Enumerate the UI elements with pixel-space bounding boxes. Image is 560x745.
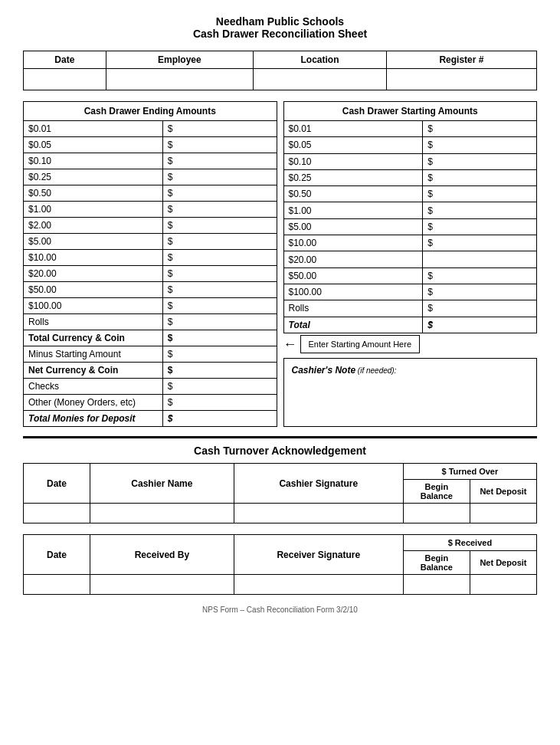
cashiers-note-box: Cashier's Note (if needed):: [283, 358, 538, 427]
other-value[interactable]: $: [162, 395, 277, 411]
ending-label: Rolls: [24, 314, 163, 330]
receiver-begin-cell[interactable]: [403, 575, 470, 595]
ending-label: $20.00: [24, 266, 163, 282]
receiver-sig-header: Receiver Signature: [234, 535, 403, 575]
ending-label: $50.00: [24, 282, 163, 298]
starting-label: $10.00: [283, 235, 423, 251]
ending-value[interactable]: $: [162, 185, 277, 202]
starting-value[interactable]: $: [423, 186, 537, 202]
ending-value[interactable]: $: [162, 314, 277, 330]
cashier-begin-cell[interactable]: [403, 504, 470, 523]
ending-value[interactable]: $: [162, 234, 277, 250]
ending-value[interactable]: $: [162, 250, 277, 266]
list-item: $0.10$: [24, 153, 277, 169]
cashier-name-cell[interactable]: [90, 504, 234, 523]
list-item: $0.25$: [283, 169, 537, 185]
cashier-net-cell[interactable]: [470, 504, 536, 523]
ending-header: Cash Drawer Ending Amounts: [24, 102, 277, 121]
main-section: Cash Drawer Ending Amounts $0.01$$0.05$$…: [23, 101, 537, 427]
cashiers-note-label: Cashier's Note (if needed):: [292, 365, 397, 376]
starting-value[interactable]: $: [423, 267, 537, 284]
ending-value[interactable]: $: [162, 137, 277, 153]
cashier-sig-cell[interactable]: [234, 504, 403, 523]
header-register-value[interactable]: [386, 69, 536, 90]
list-item: $0.01$: [24, 121, 277, 137]
total-deposit-label: Total Monies for Deposit: [24, 411, 163, 427]
ending-value[interactable]: $: [162, 266, 277, 282]
list-item: $100.00$: [24, 298, 277, 314]
starting-value[interactable]: $: [423, 202, 537, 218]
list-item: $20.00: [283, 251, 537, 267]
list-item: $2.00$: [24, 218, 277, 234]
starting-value[interactable]: $: [423, 169, 537, 185]
receiver-date-cell[interactable]: [24, 575, 90, 595]
ending-label: $0.05: [24, 137, 163, 153]
cashier-sig-header: Cashier Signature: [234, 464, 403, 504]
starting-value[interactable]: $: [423, 300, 537, 317]
starting-value[interactable]: $: [423, 218, 537, 235]
checks-row: Checks$: [24, 379, 277, 395]
other-label: Other (Money Orders, etc): [24, 395, 163, 411]
cashier-date-cell[interactable]: [24, 504, 90, 523]
header-date: Date: [24, 51, 106, 69]
header-register: Register #: [386, 51, 536, 69]
starting-label: $0.50: [283, 186, 423, 202]
list-item: $50.00$: [24, 282, 277, 298]
ending-value[interactable]: $: [162, 153, 277, 169]
list-item: $0.05$: [283, 137, 537, 153]
ending-value[interactable]: $: [162, 202, 277, 218]
title-line2: Cash Drawer Reconciliation Sheet: [23, 28, 537, 40]
total-currency-value[interactable]: $: [162, 330, 277, 346]
total-deposit-row: Total Monies for Deposit$: [24, 411, 277, 427]
minus-starting-value[interactable]: $: [162, 346, 277, 363]
receiver-net-cell[interactable]: [470, 575, 536, 595]
ending-value[interactable]: $: [162, 121, 277, 137]
starting-label: $0.25: [283, 169, 423, 185]
checks-value[interactable]: $: [162, 379, 277, 395]
arrow-icon: ←: [283, 336, 297, 353]
ending-value[interactable]: $: [162, 282, 277, 298]
starting-value[interactable]: $: [423, 121, 537, 137]
ending-value[interactable]: $: [162, 218, 277, 234]
receiver-sig-cell[interactable]: [234, 575, 403, 595]
starting-value[interactable]: $: [423, 317, 537, 333]
ending-amounts-section: Cash Drawer Ending Amounts $0.01$$0.05$$…: [23, 101, 277, 427]
ending-value[interactable]: $: [162, 298, 277, 314]
ending-label: $0.01: [24, 121, 163, 137]
receiver-by-cell[interactable]: [90, 575, 234, 595]
receiver-date-header: Date: [24, 535, 90, 575]
starting-value[interactable]: [423, 251, 537, 267]
total-deposit-value[interactable]: $: [162, 411, 277, 427]
ending-label: $5.00: [24, 234, 163, 250]
ending-label: $0.10: [24, 153, 163, 169]
cashier-name-header: Cashier Name: [90, 464, 234, 504]
net-currency-row: Net Currency & Coin$: [24, 363, 277, 379]
cashier-ack-table: Date Cashier Name Cashier Signature $ Tu…: [23, 463, 537, 523]
header-date-value[interactable]: [24, 69, 106, 90]
ending-label: $10.00: [24, 250, 163, 266]
net-currency-value[interactable]: $: [162, 363, 277, 379]
header-employee: Employee: [106, 51, 253, 69]
starting-value[interactable]: $: [423, 153, 537, 169]
list-item: Rolls$: [283, 300, 537, 317]
header-employee-value[interactable]: [106, 69, 253, 90]
starting-label: $0.05: [283, 137, 423, 153]
ending-label: $0.25: [24, 169, 163, 185]
cashier-date-header: Date: [24, 464, 90, 504]
minus-starting-label: Minus Starting Amount: [24, 346, 163, 363]
starting-value[interactable]: $: [423, 137, 537, 153]
list-item: $10.00$: [283, 235, 537, 251]
header-location-value[interactable]: [254, 69, 387, 90]
starting-label: $5.00: [283, 218, 423, 235]
list-item: Total$: [283, 317, 537, 333]
list-item: $0.01$: [283, 121, 537, 137]
ending-value[interactable]: $: [162, 169, 277, 185]
starting-value[interactable]: $: [423, 284, 537, 300]
starting-label: $0.01: [283, 121, 423, 137]
receiver-net-deposit-header: Net Deposit: [470, 551, 536, 575]
net-currency-label: Net Currency & Coin: [24, 363, 163, 379]
list-item: $1.00$: [283, 202, 537, 218]
checks-label: Checks: [24, 379, 163, 395]
list-item: $5.00$: [24, 234, 277, 250]
starting-value[interactable]: $: [423, 235, 537, 251]
